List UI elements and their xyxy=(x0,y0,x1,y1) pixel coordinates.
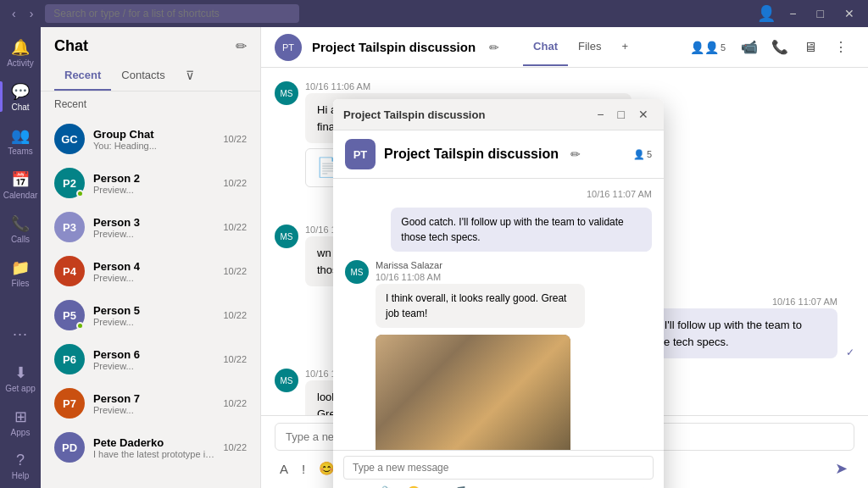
tab-files[interactable]: Files xyxy=(568,28,611,66)
popup-message-input[interactable] xyxy=(343,456,654,480)
popup-avatar: PT xyxy=(345,139,376,169)
chat-meta: 10/22 xyxy=(223,354,247,364)
chat-info: Person 6 Preview... xyxy=(93,348,214,371)
list-item[interactable]: P6 Person 6 Preview... 10/22 xyxy=(41,337,260,381)
chat-info: Person 5 Preview... xyxy=(93,304,214,327)
avatar: MS xyxy=(275,225,298,248)
popup-giphy-button[interactable]: ⊞ xyxy=(428,483,446,488)
popup-format-button[interactable]: A xyxy=(343,483,359,488)
important-button[interactable]: ! xyxy=(297,458,310,480)
format-text-button[interactable]: A xyxy=(275,458,293,480)
get-app-icon: ⬇ xyxy=(14,363,27,382)
popup-avatar-msg: MS xyxy=(345,260,369,284)
audio-call-button[interactable]: 📞 xyxy=(766,34,793,61)
read-receipt-icon: ✓ xyxy=(846,347,854,358)
tab-recent[interactable]: Recent xyxy=(54,62,111,91)
left-nav: 🔔 Activity 💬 Chat 👥 Teams 📅 Calendar 📞 C… xyxy=(0,27,41,488)
popup-message-time: 10/16 11:07 AM xyxy=(345,189,652,199)
list-item[interactable]: P4 Person 4 Preview... 10/22 xyxy=(41,249,260,293)
popup-send-button[interactable]: ➤ xyxy=(643,484,654,488)
list-item[interactable]: PD Pete Daderko I have the latest protot… xyxy=(41,425,260,469)
avatar: P7 xyxy=(54,388,85,419)
popup-window: Project Tailspin discussion − □ ✕ PT Pro… xyxy=(333,99,664,488)
sidebar-header: Chat ✏ xyxy=(41,27,260,55)
forward-button[interactable]: › xyxy=(25,5,39,22)
calendar-label: Calendar xyxy=(3,191,38,200)
popup-maximize-button[interactable]: □ xyxy=(613,106,630,123)
avatar: P6 xyxy=(54,344,85,374)
chat-avatar: PT xyxy=(275,34,302,61)
add-tab-button[interactable]: + xyxy=(611,28,638,66)
popup-attach-button[interactable]: 📎 xyxy=(377,483,399,488)
files-icon: 📁 xyxy=(11,258,30,277)
popup-audio-button[interactable]: 🎵 xyxy=(449,483,471,488)
message-header: 10/16 11:06 AM xyxy=(305,81,771,92)
sidebar-item-apps[interactable]: ⊞ Apps xyxy=(0,400,41,444)
recent-filter[interactable]: Recent xyxy=(41,92,260,117)
chat-preview: You: Heading... xyxy=(93,141,214,151)
popup-message-received: I think overall, it looks really good. G… xyxy=(376,284,585,328)
list-item[interactable]: GC Group Chat You: Heading... 10/22 xyxy=(41,117,260,161)
list-item[interactable]: P2 Person 2 Preview... 10/22 xyxy=(41,161,260,205)
chat-label: Chat xyxy=(11,103,29,112)
popup-important-button[interactable]: ! xyxy=(363,483,375,488)
avatar: MS xyxy=(275,81,298,105)
popup-message-time: 10/16 11:08 AM xyxy=(376,272,621,282)
chat-icon: 💬 xyxy=(11,82,30,101)
tab-contacts[interactable]: Contacts xyxy=(111,62,175,91)
minimize-button[interactable]: − xyxy=(782,5,803,22)
chat-preview: Preview... xyxy=(93,317,214,327)
calendar-icon: 📅 xyxy=(11,170,30,189)
sidebar-item-chat[interactable]: 💬 Chat xyxy=(0,75,41,119)
back-button[interactable]: ‹ xyxy=(7,5,21,22)
popup-titlebar: Project Tailspin discussion − □ ✕ xyxy=(333,99,664,130)
page-title: Project Tailspin discussion xyxy=(312,40,476,54)
chat-meta: 10/22 xyxy=(223,310,247,320)
chat-name: Person 3 xyxy=(93,216,214,229)
popup-more-button[interactable]: ··· xyxy=(475,483,492,488)
popup-minimize-button[interactable]: − xyxy=(592,106,609,123)
apps-icon: ⊞ xyxy=(14,408,27,426)
sidebar-item-files[interactable]: 📁 Files xyxy=(0,251,41,295)
participants-badge: 👤👤 5 xyxy=(690,41,726,54)
popup-close-button[interactable]: ✕ xyxy=(633,106,654,123)
popup-edit-icon[interactable]: ✏ xyxy=(570,147,581,161)
compose-icon[interactable]: ✏ xyxy=(236,38,247,54)
popup-participants: 👤 5 xyxy=(633,149,652,160)
chat-name: Person 4 xyxy=(93,260,214,273)
tab-chat[interactable]: Chat xyxy=(523,28,568,66)
sidebar-tabs: Recent Contacts ⊽ xyxy=(41,62,260,92)
send-button[interactable]: ➤ xyxy=(828,456,854,481)
popup-video-thumbnail[interactable]: ▶ xyxy=(376,335,570,450)
more-options-button[interactable]: ⋮ xyxy=(827,34,854,61)
list-item[interactable]: P7 Person 7 Preview... 10/22 xyxy=(41,381,260,425)
avatar: MS xyxy=(275,369,298,392)
titlebar: ‹ › 👤 − □ ✕ xyxy=(0,0,868,27)
close-button[interactable]: ✕ xyxy=(837,5,861,22)
chat-meta: 10/22 xyxy=(223,266,247,276)
list-item[interactable]: P3 Person 3 Preview... 10/22 xyxy=(41,205,260,249)
sidebar-item-calendar[interactable]: 📅 Calendar xyxy=(0,163,41,207)
teams-icon: 👥 xyxy=(11,126,30,145)
popup-emoji-button[interactable]: 😊 xyxy=(403,483,425,488)
sidebar-title: Chat xyxy=(54,37,88,55)
popup-header: PT Project Tailspin discussion ✏ 👤 5 xyxy=(333,130,664,179)
get-app-label: Get app xyxy=(5,384,36,393)
titlebar-left: ‹ › xyxy=(7,4,299,23)
edit-title-icon[interactable]: ✏ xyxy=(489,41,499,54)
sidebar-item-teams[interactable]: 👥 Teams xyxy=(0,119,41,163)
chat-info: Person 4 Preview... xyxy=(93,260,214,283)
screenshare-button[interactable]: 🖥 xyxy=(797,34,824,61)
video-call-button[interactable]: 📹 xyxy=(736,34,763,61)
activity-icon: 🔔 xyxy=(11,38,30,57)
sidebar-item-activity[interactable]: 🔔 Activity xyxy=(0,30,41,75)
sidebar-item-help[interactable]: ? Help xyxy=(0,444,41,488)
maximize-button[interactable]: □ xyxy=(810,5,831,22)
filter-icon[interactable]: ⊽ xyxy=(175,62,204,91)
sidebar-item-calls[interactable]: 📞 Calls xyxy=(0,207,41,251)
chat-preview: Preview... xyxy=(93,361,214,371)
list-item[interactable]: P5 Person 5 Preview... 10/22 xyxy=(41,293,260,337)
sidebar-item-get-app[interactable]: ⬇ Get app xyxy=(0,356,41,400)
search-input[interactable] xyxy=(45,4,299,23)
sidebar-item-more[interactable]: ··· xyxy=(0,312,41,356)
